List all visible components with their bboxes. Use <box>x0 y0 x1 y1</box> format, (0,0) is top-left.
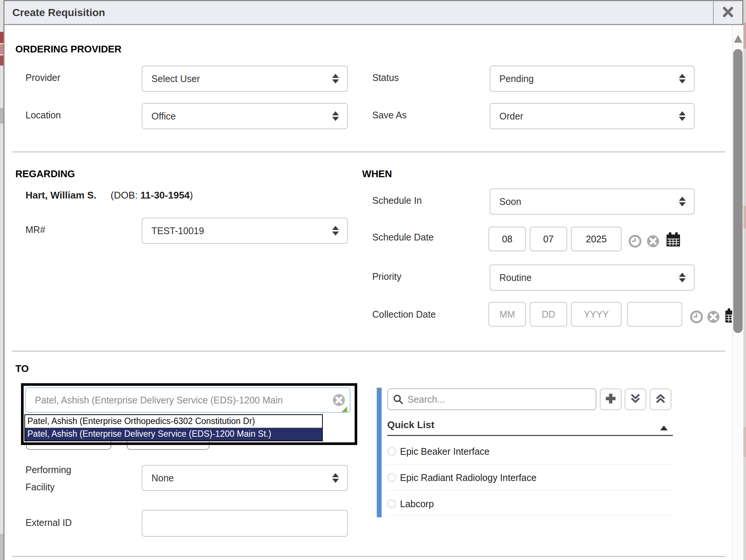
schedule-year-input[interactable] <box>571 227 622 251</box>
location-select[interactable]: Office <box>142 103 348 129</box>
select-caret-icon <box>332 74 339 84</box>
performing-facility-label: PerformingFacility <box>25 461 71 496</box>
priority-select[interactable]: Routine <box>490 264 695 291</box>
add-recipient-button[interactable] <box>600 388 622 410</box>
collection-year-input[interactable] <box>571 302 622 327</box>
schedule-in-select-value: Soon <box>499 196 521 207</box>
background-page-right-strip <box>743 0 746 560</box>
to-heading: TO <box>15 363 29 375</box>
mr-select[interactable]: TEST-10019 <box>142 218 348 244</box>
performing-facility-select[interactable]: None <box>142 465 348 491</box>
quick-list-collapse-icon[interactable] <box>660 426 668 430</box>
panel-accent-stripe <box>377 388 382 517</box>
recipient-suggestion-list: Patel, Ashish (Enterprise Orthopedics-63… <box>24 414 323 441</box>
calendar-icon <box>665 243 682 249</box>
double-chevron-down-icon <box>629 392 642 406</box>
directory-search-input[interactable] <box>387 388 596 410</box>
schedule-date-calendar-button[interactable] <box>665 231 682 248</box>
provider-label: Provider <box>25 72 60 83</box>
quick-list-item-label: Epic Radiant Radiology Interface <box>400 472 536 483</box>
schedule-date-clear-button[interactable] <box>647 235 659 248</box>
mr-select-value: TEST-10019 <box>151 225 204 236</box>
quick-list-item-label: Labcorp <box>400 499 434 509</box>
search-icon <box>393 394 403 406</box>
dialog-title: Create Requisition <box>12 7 105 19</box>
background-block <box>0 55 3 66</box>
section-divider <box>12 556 725 557</box>
background-block <box>0 32 3 43</box>
radio-icon <box>387 499 396 508</box>
select-caret-icon <box>679 197 686 206</box>
quick-list-item[interactable]: Epic Beaker Interface <box>387 443 673 460</box>
select-caret-icon <box>332 111 339 121</box>
quick-list-item[interactable]: Labcorp <box>387 495 673 512</box>
schedule-day-input[interactable] <box>530 227 567 251</box>
save-as-select[interactable]: Order <box>490 103 695 129</box>
collection-time-input[interactable] <box>627 302 682 327</box>
provider-select-value: Select User <box>151 73 200 84</box>
status-select[interactable]: Pending <box>490 66 695 92</box>
select-caret-icon <box>679 273 686 282</box>
location-select-value: Office <box>151 111 176 122</box>
quick-list-heading: Quick List <box>387 419 434 431</box>
schedule-date-label: Schedule Date <box>372 232 434 243</box>
list-divider <box>387 464 673 464</box>
collection-month-input[interactable] <box>488 302 526 327</box>
section-divider <box>12 151 725 152</box>
dialog-header: Create Requisition <box>4 1 742 25</box>
patient-line: Hart, William S.(DOB: 11-30-1954) <box>25 190 193 201</box>
background-block <box>0 534 3 560</box>
radio-icon <box>387 447 396 456</box>
collapse-all-button[interactable] <box>625 388 646 410</box>
quick-list-item-label: Epic Beaker Interface <box>400 446 490 457</box>
radio-icon <box>387 473 396 482</box>
select-caret-icon <box>332 473 339 483</box>
schedule-in-select[interactable]: Soon <box>490 188 695 215</box>
plus-icon <box>604 392 617 406</box>
resize-handle-icon[interactable] <box>342 406 347 412</box>
expand-all-button[interactable] <box>650 388 671 410</box>
suggestion-item-highlighted[interactable]: Patel, Ashish (Enterprise Delivery Servi… <box>25 428 322 441</box>
collection-date-clear-button[interactable] <box>707 311 720 323</box>
suggestion-item[interactable]: Patel, Ashish (Enterprise Orthopedics-63… <box>25 415 322 428</box>
recipient-clear-button[interactable] <box>333 394 345 408</box>
schedule-in-label: Schedule In <box>372 195 422 206</box>
collection-day-input[interactable] <box>530 302 567 327</box>
scrollbar-track[interactable] <box>732 25 743 560</box>
background-block <box>743 22 746 49</box>
background-page-left-strip <box>0 0 3 560</box>
collection-time-button[interactable] <box>690 310 703 324</box>
section-divider <box>12 351 725 352</box>
list-divider <box>387 490 673 491</box>
save-as-select-value: Order <box>499 111 523 122</box>
quick-list-underline <box>387 435 673 436</box>
close-icon <box>722 6 734 19</box>
priority-select-value: Routine <box>499 272 532 283</box>
clock-icon <box>690 318 703 325</box>
location-label: Location <box>25 110 61 121</box>
ordering-provider-heading: ORDERING PROVIDER <box>15 43 121 55</box>
clock-icon <box>628 243 642 249</box>
close-button[interactable] <box>713 1 742 24</box>
collection-date-label: Collection Date <box>372 309 436 320</box>
provider-select[interactable]: Select User <box>142 66 348 92</box>
list-divider <box>387 515 673 515</box>
clear-circle-x-icon <box>707 318 720 324</box>
recipient-search-input[interactable] <box>25 387 351 413</box>
scroll-up-arrow-icon[interactable] <box>734 35 742 43</box>
priority-label: Priority <box>372 271 401 282</box>
quick-list-item[interactable]: Epic Radiant Radiology Interface <box>387 469 673 486</box>
schedule-month-input[interactable] <box>488 227 526 251</box>
status-label: Status <box>372 72 399 83</box>
scrollbar-thumb[interactable] <box>733 49 743 333</box>
double-chevron-up-icon <box>654 392 667 406</box>
clear-circle-x-icon <box>647 242 659 249</box>
directory-search <box>387 388 596 410</box>
external-id-label: External ID <box>25 517 72 528</box>
external-id-input[interactable] <box>142 510 348 537</box>
performing-facility-select-value: None <box>151 473 174 484</box>
status-select-value: Pending <box>499 73 534 84</box>
background-block <box>743 427 746 457</box>
schedule-time-button[interactable] <box>628 234 642 248</box>
select-caret-icon <box>679 111 686 121</box>
